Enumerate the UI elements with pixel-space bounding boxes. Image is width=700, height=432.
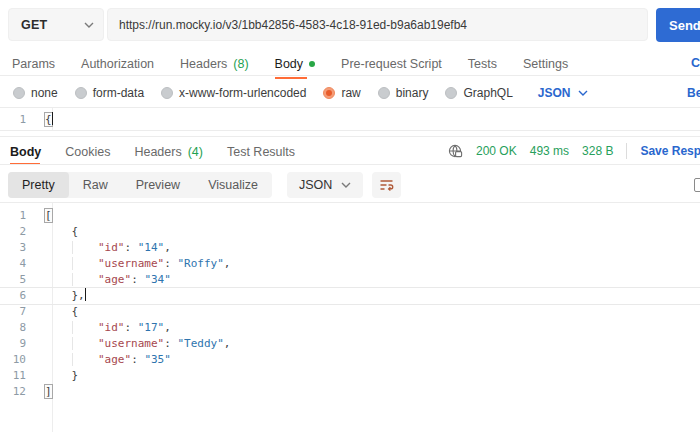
save-response-button[interactable]: Save Response: [640, 144, 700, 158]
code-line[interactable]: 12]: [0, 384, 700, 400]
code-line[interactable]: 11 }: [0, 368, 700, 384]
view-preview[interactable]: Preview: [122, 172, 194, 198]
code-token: ,: [224, 337, 231, 350]
code-text: "age": "34": [36, 272, 171, 288]
line-number: 1: [0, 208, 36, 224]
code-token: "age": [98, 273, 131, 286]
copy-icon[interactable]: [694, 178, 700, 192]
view-pretty[interactable]: Pretty: [8, 172, 69, 198]
body-mode-graphql[interactable]: GraphQL: [445, 86, 512, 100]
code-line[interactable]: 3 "id": "14",: [0, 240, 700, 256]
code-token: "Teddy": [177, 337, 223, 350]
code-line[interactable]: 1[: [0, 208, 700, 224]
code-token: [72, 273, 99, 286]
view-visualize[interactable]: Visualize: [194, 172, 272, 198]
tab-headers[interactable]: Headers(8): [180, 57, 249, 71]
response-time[interactable]: 493 ms: [530, 144, 569, 158]
response-tab-cookies[interactable]: Cookies: [65, 145, 110, 159]
code-text: "username": "Roffy",: [36, 256, 230, 272]
body-mode-label: GraphQL: [463, 86, 512, 100]
wrap-text-button[interactable]: [372, 172, 401, 198]
code-token: [72, 353, 99, 366]
tab-label: Tests: [468, 57, 497, 71]
code-line[interactable]: 2 {: [0, 224, 700, 240]
code-text: [: [36, 208, 52, 224]
network-icon[interactable]: [447, 143, 463, 159]
send-button[interactable]: Send: [656, 8, 700, 42]
response-tab-headers[interactable]: Headers(4): [134, 145, 203, 159]
line-number: 11: [0, 368, 36, 384]
line-number: 8: [0, 320, 36, 336]
code-line[interactable]: 9 "username": "Teddy",: [0, 336, 700, 352]
chevron-down-icon: [578, 90, 588, 96]
radio-icon: [13, 87, 25, 99]
code-line[interactable]: 1{: [0, 112, 700, 128]
tab-settings[interactable]: Settings: [523, 57, 568, 71]
response-tab-label: Body: [10, 145, 41, 159]
chevron-down-icon: [341, 182, 351, 188]
code-line[interactable]: 5 "age": "34": [0, 272, 700, 288]
code-line[interactable]: 8 "id": "17",: [0, 320, 700, 336]
view-raw[interactable]: Raw: [69, 172, 122, 198]
response-language-select[interactable]: JSON: [287, 172, 363, 198]
divider: [626, 143, 627, 159]
line-number: 3: [0, 240, 36, 256]
text-cursor: [85, 288, 87, 301]
request-body-editor[interactable]: 1{: [0, 107, 700, 131]
radio-icon: [323, 87, 335, 99]
response-tabs: BodyCookiesHeaders(4)Test Results: [10, 142, 295, 162]
code-token: [72, 321, 99, 334]
code-token: :: [125, 321, 138, 334]
request-tabs: ParamsAuthorizationHeaders(8)BodyPre-req…: [12, 53, 568, 75]
status-badge[interactable]: 200 OK: [476, 144, 517, 158]
code-line[interactable]: 6 },: [0, 288, 700, 304]
body-mode-label: form-data: [93, 86, 144, 100]
code-token: ]: [44, 384, 53, 399]
code-text: }: [36, 368, 78, 384]
code-token: [45, 273, 72, 286]
body-mode-none[interactable]: none: [13, 86, 58, 100]
response-size[interactable]: 328 B: [582, 144, 613, 158]
code-token: [45, 353, 72, 366]
code-token: "username": [98, 257, 164, 270]
body-mode-label: binary: [396, 86, 429, 100]
cookies-link[interactable]: Cookies: [691, 56, 700, 70]
radio-icon: [445, 87, 457, 99]
tab-pre-request-script[interactable]: Pre-request Script: [341, 57, 442, 71]
url-input[interactable]: https://run.mocky.io/v3/1bb42856-4583-4c…: [107, 8, 648, 41]
body-mode-raw[interactable]: raw: [323, 86, 360, 100]
beautify-link[interactable]: Beautify: [687, 86, 700, 100]
response-tab-label: Cookies: [65, 145, 110, 159]
code-token: "age": [98, 353, 131, 366]
code-token: [45, 337, 72, 350]
body-mode-binary[interactable]: binary: [378, 86, 429, 100]
line-number: 2: [0, 224, 36, 240]
code-token: [72, 241, 99, 254]
code-token: "username": [98, 337, 164, 350]
tab-body[interactable]: Body: [275, 57, 316, 71]
body-language-select[interactable]: JSON: [538, 86, 588, 100]
tab-tests[interactable]: Tests: [468, 57, 497, 71]
code-token: "Roffy": [177, 257, 223, 270]
tab-params[interactable]: Params: [12, 57, 55, 71]
divider: [0, 136, 700, 137]
line-number: 6: [0, 288, 36, 304]
code-token: [: [44, 208, 53, 223]
code-line[interactable]: 4 "username": "Roffy",: [0, 256, 700, 272]
code-token: "35": [144, 353, 171, 366]
body-mode-form-data[interactable]: form-data: [75, 86, 144, 100]
body-mode-label: raw: [341, 86, 360, 100]
code-line[interactable]: 7 {: [0, 304, 700, 320]
body-mode-x-www-form-urlencoded[interactable]: x-www-form-urlencoded: [161, 86, 306, 100]
tab-authorization[interactable]: Authorization: [81, 57, 154, 71]
response-tab-body[interactable]: Body: [10, 145, 41, 159]
response-body-editor[interactable]: 1[2 {3 "id": "14",4 "username": "Roffy",…: [0, 202, 700, 432]
method-select[interactable]: GET: [8, 8, 104, 41]
body-language-label: JSON: [538, 86, 571, 100]
view-switcher: PrettyRawPreviewVisualize: [8, 172, 272, 198]
code-token: :: [125, 241, 138, 254]
response-tab-test-results[interactable]: Test Results: [227, 145, 295, 159]
code-text: "id": "14",: [36, 240, 171, 256]
code-token: [45, 369, 72, 382]
code-line[interactable]: 10 "age": "35": [0, 352, 700, 368]
